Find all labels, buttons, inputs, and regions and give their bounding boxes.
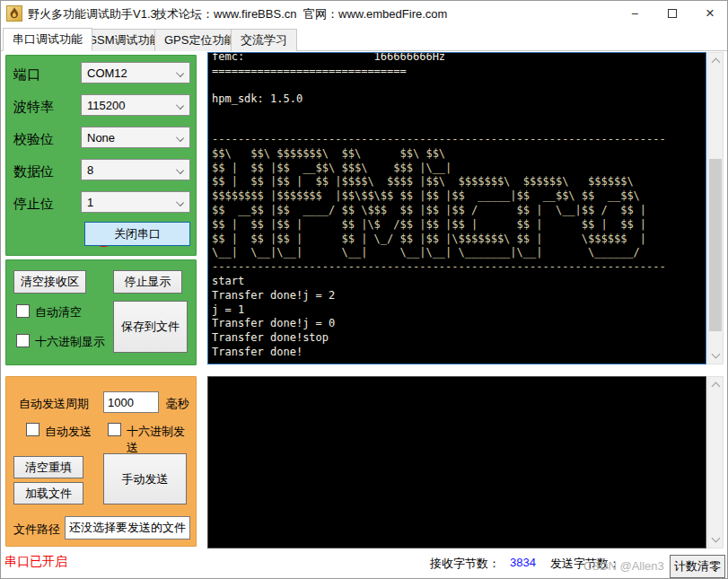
manual-send-button[interactable]: 手动发送 (103, 453, 187, 504)
stop-display-label: 停止显示 (125, 274, 171, 290)
parity-combobox[interactable]: None (81, 127, 190, 148)
tab-label: GPS定位功能 (164, 32, 235, 48)
recv-bytes-label: 接收字节数： (430, 556, 500, 572)
auto-clear-checkbox[interactable] (16, 304, 30, 318)
scroll-down-icon[interactable] (712, 350, 721, 359)
chevron-down-icon (176, 101, 184, 110)
stopbits-label: 停止位 (13, 196, 54, 213)
close-port-button[interactable]: 关闭串口 (84, 222, 190, 246)
chevron-down-icon (176, 166, 184, 174)
port-combobox[interactable]: COM12 (81, 62, 190, 83)
stopbits-value: 1 (87, 196, 93, 209)
save-to-file-button[interactable]: 保存到文件 (113, 301, 188, 353)
send-textarea[interactable] (207, 376, 706, 548)
hex-display-checkbox[interactable] (16, 334, 30, 347)
load-file-button[interactable]: 加载文件 (13, 482, 83, 504)
clear-count-button[interactable]: 计数清零 (670, 555, 725, 578)
auto-send-period-label: 自动发送周期 (19, 396, 89, 412)
app-window: 野火多功能调试助手V1.3 技术论坛：www.fireBBS.cn 官网：www… (0, 0, 728, 579)
maximize-icon (668, 9, 677, 18)
file-path-input[interactable] (65, 516, 190, 540)
parity-label: 校验位 (13, 131, 54, 148)
window-title: 野火多功能调试助手V1.3 (28, 6, 157, 22)
load-file-label: 加载文件 (25, 486, 72, 502)
receive-terminal[interactable]: femc: 166666666Hz ======================… (207, 52, 706, 364)
clear-refill-label: 清空重填 (25, 460, 72, 476)
title-bar: 野火多功能调试助手V1.3 技术论坛：www.fireBBS.cn 官网：www… (1, 1, 728, 26)
stop-display-button[interactable]: 停止显示 (113, 270, 182, 294)
scroll-up-icon[interactable] (712, 58, 721, 67)
save-to-file-label: 保存到文件 (121, 319, 180, 335)
terminal-ascii-banner: ----------------------------------------… (212, 133, 706, 275)
period-unit-label: 毫秒 (166, 396, 189, 412)
tab-strip: 串口调试功能 GSM调试功能 GPS定位功能 交流学习 (1, 27, 728, 51)
parity-value: None (87, 131, 115, 145)
chevron-down-icon (176, 198, 184, 206)
auto-send-period-input[interactable] (103, 391, 159, 413)
send-scrollbar[interactable] (707, 376, 724, 548)
terminal-head-text: femc: 166666666Hz ======================… (212, 52, 706, 133)
receive-scrollbar[interactable] (707, 52, 724, 364)
clear-receive-button[interactable]: 清空接收区 (13, 270, 86, 294)
baud-label: 波特率 (13, 99, 54, 116)
forum-link-text: 技术论坛：www.fireBBS.cn (155, 6, 296, 22)
tab-label: 交流学习 (241, 32, 287, 48)
databits-value: 8 (87, 163, 93, 177)
manual-send-label: 手动发送 (122, 471, 169, 487)
close-icon: × (706, 4, 715, 22)
maximize-button[interactable] (653, 1, 691, 26)
scrollbar-thumb[interactable] (709, 159, 722, 331)
close-port-label: 关闭串口 (114, 226, 161, 242)
chevron-down-icon (176, 69, 184, 77)
terminal-tail-text: start Transfer done!j = 2 j = 1 Transfer… (212, 275, 706, 360)
scroll-down-icon[interactable] (712, 534, 721, 543)
clear-refill-button[interactable]: 清空重填 (13, 456, 83, 478)
clear-receive-label: 清空接收区 (21, 274, 79, 290)
chevron-down-icon (176, 134, 184, 142)
port-status-text: 串口已开启 (4, 554, 67, 570)
baud-value: 115200 (87, 99, 125, 112)
hex-send-label: 十六进制发送 (127, 424, 196, 456)
baud-combobox[interactable]: 115200 (81, 94, 190, 116)
hex-send-checkbox[interactable] (108, 423, 121, 436)
auto-send-checkbox[interactable] (26, 423, 39, 436)
clear-count-label: 计数清零 (674, 558, 721, 575)
recv-bytes-value: 3834 (510, 556, 536, 569)
databits-label: 数据位 (13, 163, 54, 180)
auto-clear-label: 自动清空 (35, 304, 82, 320)
scroll-up-icon[interactable] (712, 382, 721, 391)
csdn-watermark: CSDN @Allen3 (583, 559, 664, 573)
port-value: COM12 (87, 66, 127, 80)
tab-label: 串口调试功能 (13, 31, 83, 48)
minimize-button[interactable]: − (616, 1, 653, 26)
close-button[interactable]: × (691, 1, 728, 26)
app-logo-icon (6, 5, 22, 22)
stopbits-combobox[interactable]: 1 (81, 191, 190, 213)
website-link-text: 官网：www.embedFire.com (303, 6, 447, 22)
send-controls-panel: 自动发送周期 毫秒 自动发送 十六进制发送 清空重填 手动发送 加载文件 文件路… (5, 376, 197, 547)
tab-serial-debug[interactable]: 串口调试功能 (3, 28, 92, 51)
receive-controls-panel: 清空接收区 停止显示 自动清空 十六进制显示 保存到文件 (5, 259, 197, 365)
hex-display-label: 十六进制显示 (35, 334, 105, 350)
minimize-icon: − (631, 6, 638, 21)
port-label: 端口 (13, 66, 40, 83)
file-path-label: 文件路径 (13, 522, 60, 538)
tab-community[interactable]: 交流学习 (231, 29, 297, 51)
tab-label: GSM调试功能 (88, 32, 162, 48)
auto-send-label: 自动发送 (45, 424, 92, 440)
serial-settings-panel: 端口 波特率 校验位 数据位 停止位 COM12 115200 None 8 1… (5, 55, 197, 256)
databits-combobox[interactable]: 8 (81, 159, 190, 180)
